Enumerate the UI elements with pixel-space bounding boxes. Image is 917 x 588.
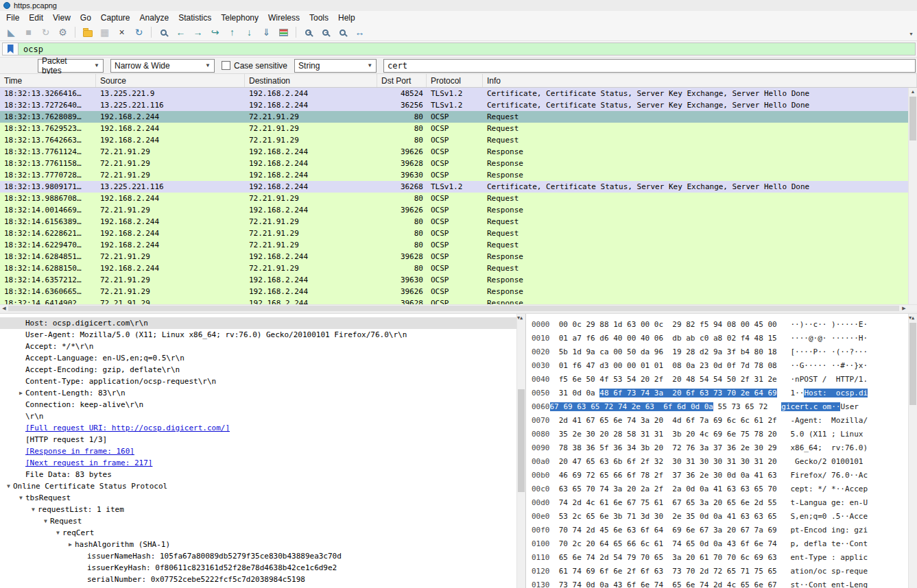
detail-row[interactable]: Content-Type: application/ocsp-request\r… (0, 376, 525, 387)
menu-telephony[interactable]: Telephony (216, 12, 263, 24)
detail-link-row[interactable]: [Full request URI: http://ocsp.digicert.… (0, 422, 525, 434)
detail-row[interactable]: Host: ocsp.digicert.com\r\n (0, 317, 525, 329)
detail-row[interactable]: issuerNameHash: 105fa67a80089db5279f35ce… (0, 550, 525, 562)
hex-row[interactable]: 0100 70 2c 20 64 65 66 6c 61 74 65 0d 0a… (532, 537, 917, 550)
find-packet-icon[interactable] (156, 25, 171, 40)
packet-row[interactable]: 18:32:13.7628089…192.168.2.24472.21.91.2… (0, 111, 917, 123)
packet-row[interactable]: 18:32:14.6228621…192.168.2.24472.21.91.2… (0, 228, 917, 239)
hex-vscrollbar[interactable]: ▲ ▼ (908, 314, 917, 588)
stop-capture-icon[interactable]: ■ (21, 25, 36, 40)
hex-row[interactable]: 00d0 74 2d 4c 61 6e 67 75 61 67 65 3a 20… (532, 495, 917, 509)
packet-row[interactable]: 18:32:13.9809171…13.225.221.116192.168.2… (0, 181, 917, 193)
go-back-icon[interactable]: ← (173, 25, 189, 40)
menu-analyze[interactable]: Analyze (135, 12, 174, 24)
expander-closed-icon[interactable]: ▶ (66, 541, 75, 548)
scrollbar-thumb[interactable] (8, 306, 899, 311)
hex-row[interactable]: 0070 2d 41 67 65 6e 74 3a 20 4d 6f 7a 69… (532, 413, 917, 427)
zoom-100-icon[interactable] (335, 25, 350, 40)
hex-row[interactable]: 0060 67 69 63 65 72 74 2e 63 6f 6d 0d 0a… (532, 400, 917, 413)
detail-row[interactable]: Accept-Encoding: gzip, deflate\r\n (0, 364, 525, 376)
hex-row[interactable]: 0130 73 74 0d 0a 43 6f 6e 74 65 6e 74 2d… (532, 578, 917, 588)
scroll-down-icon[interactable]: ▼ (909, 30, 917, 304)
packet-row[interactable]: 18:32:14.6414902…72.21.91.29192.168.2.24… (0, 297, 917, 304)
packet-row[interactable]: 18:32:14.0014669…72.21.91.29192.168.2.24… (0, 204, 917, 216)
packet-row[interactable]: 18:32:14.6357212…72.21.91.29192.168.2.24… (0, 274, 917, 286)
menu-help[interactable]: Help (333, 12, 360, 24)
packet-row[interactable]: 18:32:14.6360665…72.21.91.29192.168.2.24… (0, 286, 917, 297)
go-forward-icon[interactable]: → (190, 25, 206, 40)
scroll-down-icon[interactable]: ▼ (909, 314, 917, 588)
scroll-left-icon[interactable]: ◀ (0, 305, 8, 312)
hex-row[interactable]: 0090 78 38 36 5f 36 34 3b 20 72 76 3a 37… (532, 441, 917, 454)
detail-row[interactable]: ▼Request (0, 515, 525, 527)
go-to-packet-icon[interactable]: ↪ (207, 25, 223, 40)
hex-row[interactable]: 00f0 70 74 2d 45 6e 63 6f 64 69 6e 67 3a… (532, 523, 917, 537)
hex-row[interactable]: 0000 00 0c 29 88 1d 63 00 0c 29 82 f5 94… (532, 317, 917, 331)
go-to-top-icon[interactable]: ↑ (224, 25, 240, 40)
packet-row[interactable]: 18:32:13.7761124…72.21.91.29192.168.2.24… (0, 146, 917, 158)
detail-link-row[interactable]: [Next request in frame: 217] (0, 457, 525, 469)
hex-row[interactable]: 0040 f5 6e 50 4f 53 54 20 2f 20 48 54 54… (532, 372, 917, 386)
menu-file[interactable]: File (1, 12, 24, 24)
detail-row[interactable]: User-Agent: Mozilla/5.0 (X11; Linux x86_… (0, 329, 525, 341)
menu-edit[interactable]: Edit (24, 12, 48, 24)
detail-row[interactable]: ▼requestList: 1 item (0, 504, 525, 515)
detail-row[interactable]: Connection: keep-alive\r\n (0, 399, 525, 411)
restart-capture-icon[interactable]: ↻ (38, 25, 53, 40)
column-header-time[interactable]: Time (0, 74, 96, 87)
detail-row[interactable]: ▶Content-Length: 83\r\n (0, 387, 525, 399)
go-to-bottom-icon[interactable]: ↓ (241, 25, 257, 40)
menu-capture[interactable]: Capture (96, 12, 135, 24)
hex-row[interactable]: 0120 61 74 69 6f 6e 2f 6f 63 73 70 2d 72… (532, 564, 917, 578)
detail-row[interactable]: ▼reqCert (0, 527, 525, 539)
packet-row[interactable]: 18:32:14.6288150…192.168.2.24472.21.91.2… (0, 262, 917, 274)
detail-row[interactable]: \r\n (0, 411, 525, 422)
resize-columns-icon[interactable]: ↔ (352, 25, 368, 40)
packet-row[interactable]: 18:32:13.7272640…13.225.221.116192.168.2… (0, 99, 917, 111)
detail-row[interactable]: [HTTP request 1/3] (0, 434, 525, 445)
detail-row[interactable]: serialNumber: 0x07752cebe5222fcf5c7d2038… (0, 574, 525, 585)
expander-open-icon[interactable]: ▼ (29, 506, 38, 513)
detail-row[interactable]: issuerKeyHash: 0f80611c823161d52f28e78d4… (0, 562, 525, 574)
save-file-icon[interactable]: ▦ (97, 25, 112, 40)
case-sensitive-checkbox[interactable] (222, 61, 230, 70)
hex-row[interactable]: 00b0 46 69 72 65 66 6f 78 2f 37 36 2e 30… (532, 468, 917, 482)
packet-row[interactable]: 18:32:14.6284851…72.21.91.29192.168.2.24… (0, 251, 917, 262)
hex-row[interactable]: 00e0 53 2c 65 6e 3b 71 3d 30 2e 35 0d 0a… (532, 509, 917, 523)
search-type-select[interactable]: String▼ (294, 59, 377, 73)
column-header-source[interactable]: Source (96, 74, 245, 87)
detail-row[interactable]: ▼Online Certificate Status Protocol (0, 480, 525, 492)
filter-bookmark-button[interactable] (2, 42, 19, 56)
column-header-destination[interactable]: Destination (245, 74, 377, 87)
packet-list-vscrollbar[interactable]: ▲ ▼ (908, 88, 917, 304)
hex-row[interactable]: 00a0 20 47 65 63 6b 6f 2f 32 30 31 30 30… (532, 454, 917, 468)
packet-row[interactable]: 18:32:13.9886708…192.168.2.24472.21.91.2… (0, 193, 917, 204)
zoom-in-icon[interactable]: + (300, 25, 316, 40)
auto-scroll-icon[interactable]: ⇓ (259, 25, 274, 40)
close-file-icon[interactable]: × (114, 25, 130, 40)
char-width-select[interactable]: Narrow & Wide▼ (110, 59, 215, 73)
scroll-right-icon[interactable]: ▶ (900, 305, 908, 312)
expander-open-icon[interactable]: ▼ (16, 495, 25, 501)
packet-row[interactable]: 18:32:13.7629523…192.168.2.24472.21.91.2… (0, 123, 917, 134)
reload-file-icon[interactable]: ↻ (131, 25, 147, 40)
packet-row[interactable]: 18:32:14.6229470…192.168.2.24472.21.91.2… (0, 239, 917, 251)
column-header-dst-port[interactable]: Dst Port (377, 74, 427, 87)
packet-row[interactable]: 18:32:13.7642663…192.168.2.24472.21.91.2… (0, 134, 917, 146)
detail-row[interactable]: Accept-Language: en-US,en;q=0.5\r\n (0, 352, 525, 364)
detail-link-row[interactable]: [Response in frame: 160] (0, 445, 525, 457)
menu-statistics[interactable]: Statistics (174, 12, 216, 24)
hex-row[interactable]: 0020 5b 1d 9a ca 00 50 da 96 19 28 d2 9a… (532, 345, 917, 358)
packet-row[interactable]: 18:32:14.6156389…192.168.2.24472.21.91.2… (0, 216, 917, 228)
colorize-icon[interactable] (276, 25, 291, 40)
hex-row[interactable]: 0010 01 a7 f6 d6 40 00 40 06 db ab c0 a8… (532, 331, 917, 345)
search-input[interactable]: cert (383, 59, 916, 73)
menu-go[interactable]: Go (75, 12, 96, 24)
capture-options-icon[interactable]: ⚙ (55, 25, 71, 40)
zoom-out-icon[interactable]: − (318, 25, 333, 40)
detail-row[interactable]: ▼tbsRequest (0, 492, 525, 504)
detail-row[interactable]: ▶hashAlgorithm (SHA-1) (0, 539, 525, 550)
expander-open-icon[interactable]: ▼ (4, 483, 13, 489)
scroll-down-icon[interactable]: ▼ (517, 314, 525, 588)
display-filter-input[interactable]: ocsp (19, 42, 916, 56)
